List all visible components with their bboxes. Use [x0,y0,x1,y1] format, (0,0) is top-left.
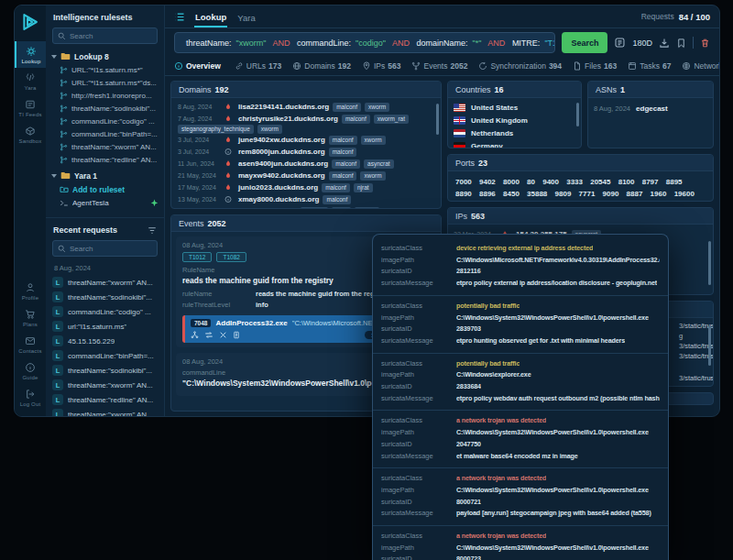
rail-item-logout[interactable]: Log Out [15,384,46,411]
recent-request-item[interactable]: LthreatName:"xworm" AN... [46,407,164,416]
domain-row[interactable]: 8 Aug, 2024lisa22194141.duckdns.orgmalco… [177,101,435,113]
tab-ips[interactable]: IPs563 [362,61,400,71]
tag-badge: xworm [360,171,385,181]
suricata-class: a network trojan was detected [456,415,546,427]
topbar: Lookup Yara Requests 84 / 100 [165,5,719,28]
country-row[interactable]: Germany [454,139,575,148]
tab-files[interactable]: Files163 [573,61,617,71]
recent-search-input[interactable]: Search [52,240,158,257]
countries-header: Countries16 [448,82,581,98]
recent-title: Recent requests [46,218,164,240]
rail-item-yara[interactable]: Yara [15,68,46,94]
anyrun-logo-icon[interactable] [20,12,40,32]
rail-item-lookup[interactable]: Lookup [15,41,46,68]
flame-icon [224,136,235,144]
bookmark-button[interactable] [676,38,686,49]
mitre-badge[interactable]: T1012 [182,252,212,262]
folder-plus-icon [60,185,69,193]
yara-rule-agenttesla[interactable]: AgentTesla [51,196,159,210]
search-button[interactable]: Search [562,32,607,53]
ruleset-item[interactable]: commandLine:"codigo" ... [51,115,159,127]
recent-request-item[interactable]: LthreatName:"sodinokibi"... [46,290,164,304]
download-button[interactable] [659,38,670,49]
ruleset-item[interactable]: threatName:"xworm" AN... [51,140,159,153]
mitre-badge[interactable]: T1082 [216,252,246,262]
lookup-type-badge: L [52,321,63,332]
recent-request-item[interactable]: L45.15.156.229 [46,334,164,348]
query-input[interactable]: threatName:"xworm" AND commandLine:"codi… [174,32,555,53]
scrollbar-thumb[interactable] [436,104,439,135]
ruleset-item[interactable]: commandLine:"binPath=... [51,127,159,140]
sidebar: Intelligence rulesets Search Lookup 8 UR… [46,5,165,416]
tab-yara[interactable]: Yara [236,7,256,27]
result-tabs: Overview URLs173 Domains192 IPs563 Event… [165,57,719,76]
requests-counter: Requests 84 / 100 [641,12,710,22]
rail-item-sandbox[interactable]: Sandbox [15,121,46,148]
domain-row[interactable]: 3 Jul, 2024june9402xw.duckdns.orgmalconf… [177,134,435,146]
recent-request-item[interactable]: LcommandLine:"binPath=... [46,348,164,363]
recent-request-item[interactable]: LthreatName:"redline" AN... [46,392,164,407]
pin-star-icon[interactable] [150,199,159,207]
suricata-class: a network trojan was detected [456,531,546,543]
rail-item-profile[interactable]: Profile [15,278,46,304]
rail-item-plans[interactable]: Plans [15,304,46,331]
tab-domains[interactable]: Domains192 [292,61,351,71]
list-menu-icon[interactable] [174,12,185,22]
domain-row[interactable]: 13 May, 2024xmay8000.duckdns.orgmalconf [177,193,435,205]
recent-request-item[interactable]: LthreatName:"sodinokibi"... [46,363,164,378]
ruleset-item[interactable]: http://fresh1.ironorepro... [51,89,159,102]
scrollbar-thumb[interactable] [708,325,711,366]
domain-row[interactable]: 11 Jun, 2024asen9400jun.duckdns.orgmalco… [177,158,435,170]
add-to-ruleset-button[interactable]: Add to ruleset [51,182,159,196]
asn-row[interactable]: 8 Aug, 2024edgecast [594,101,707,115]
recent-requests-section: Recent requests Search 8 Aug, 2024 Lthre… [46,217,164,416]
suricata-id: 8000723 [456,554,481,560]
tab-urls[interactable]: URLs173 [235,61,281,71]
folder-lookup[interactable]: Lookup 8 [51,49,159,63]
country-row[interactable]: Netherlands [454,126,575,139]
scrollbar-thumb[interactable] [576,103,579,126]
tab-synchronization[interactable]: Synchronization394 [478,61,562,71]
tab-network-threats[interactable]: Network threats6 [682,61,719,71]
filter-icon[interactable] [148,226,157,235]
scrollbar-thumb[interactable] [708,241,711,285]
us-flag-icon [454,104,465,112]
rail-item-ti-feeds[interactable]: TI Feeds [15,94,46,121]
tab-events[interactable]: Events2052 [411,61,467,71]
time-range-button[interactable]: 180D [632,38,652,48]
rail-item-guide[interactable]: Guide [15,357,46,384]
swap-arrows-icon[interactable] [204,331,213,339]
ruleset-item[interactable]: threatName:"redline" AN... [51,153,159,166]
tab-tasks[interactable]: Tasks67 [628,61,671,71]
tools-icon[interactable] [219,331,227,339]
rail-item-contacts[interactable]: Contacts [15,331,46,357]
recent-request-item[interactable]: Lurl:"l1s.saturn.ms" [46,319,164,334]
lookup-type-badge: L [52,277,63,288]
delete-button[interactable] [700,38,710,49]
lookup-type-badge: L [52,335,63,346]
country-row[interactable]: United States [454,101,575,114]
tab-lookup[interactable]: Lookup [194,6,227,27]
flame-icon [224,115,235,123]
tab-overview[interactable]: Overview [174,61,224,71]
domain-row[interactable]: 17 May, 2024junio2023.duckdns.orgmalconf… [177,181,435,193]
ruleset-item[interactable]: threatName:"sodinokibi"... [51,102,159,115]
domain-row[interactable]: 7 Aug, 2024christyrusike21.duckdns.orgma… [177,113,435,134]
folder-yara[interactable]: Yara 1 [51,169,159,182]
query-templates-button[interactable] [614,37,626,49]
tag-badge: xworm [365,103,389,112]
ruleset-item[interactable]: URL:"*l1s.saturn.ms*" [51,63,159,76]
recent-request-item[interactable]: LthreatName:"xworm" AN... [46,275,164,290]
recent-request-item[interactable]: LcommandLine:"codigo" ... [46,304,164,319]
domain-row[interactable]: 21 May, 2024mayxw9402.duckdns.orgmalconf… [177,170,435,181]
suricata-detail-popup: suricataClassdevice retrieving external … [372,234,669,560]
country-row[interactable]: United Kingdom [454,114,575,126]
report-doc-icon[interactable] [233,331,240,339]
domain-row[interactable]: 10 May, 20241.tcp.sa.ngrok.iomalconfnjra… [177,205,435,209]
lookup-type-badge: L [52,306,63,317]
rulesets-search-input[interactable]: Search [52,27,158,44]
process-graph-icon[interactable] [191,331,199,339]
ruleset-item[interactable]: URL:"*l1s.saturn.ms*"ds... [51,76,159,89]
recent-request-item[interactable]: LthreatName:"xworm" AN... [46,378,164,392]
domain-row[interactable]: 3 Jul, 2024rem8000jun.duckdns.orgmalconf [177,146,435,158]
